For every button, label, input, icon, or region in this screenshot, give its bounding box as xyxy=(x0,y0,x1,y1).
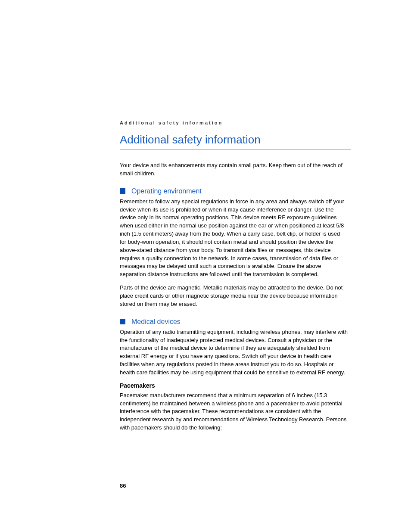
square-bullet-icon xyxy=(120,319,125,324)
operating-environment-paragraph-2: Parts of the device are magnetic. Metall… xyxy=(120,284,348,308)
pacemakers-paragraph: Pacemaker manufacturers recommend that a… xyxy=(120,392,348,432)
main-title: Additional safety information xyxy=(120,133,351,149)
operating-environment-paragraph-1: Remember to follow any special regulatio… xyxy=(120,198,348,279)
running-header: Additional safety information xyxy=(120,120,351,125)
section-heading-medical-devices: Medical devices xyxy=(120,318,351,326)
page-container: Additional safety information Additional… xyxy=(0,0,411,432)
intro-paragraph: Your device and its enhancements may con… xyxy=(120,162,348,178)
spacer xyxy=(120,314,351,318)
section-title-medical-devices: Medical devices xyxy=(131,318,181,326)
medical-devices-paragraph-1: Operation of any radio transmitting equi… xyxy=(120,328,348,377)
square-bullet-icon xyxy=(120,188,125,194)
section-heading-operating-environment: Operating environment xyxy=(120,187,351,195)
section-title-operating-environment: Operating environment xyxy=(131,187,202,195)
page-number: 86 xyxy=(120,482,126,489)
sub-heading-pacemakers: Pacemakers xyxy=(120,382,351,389)
